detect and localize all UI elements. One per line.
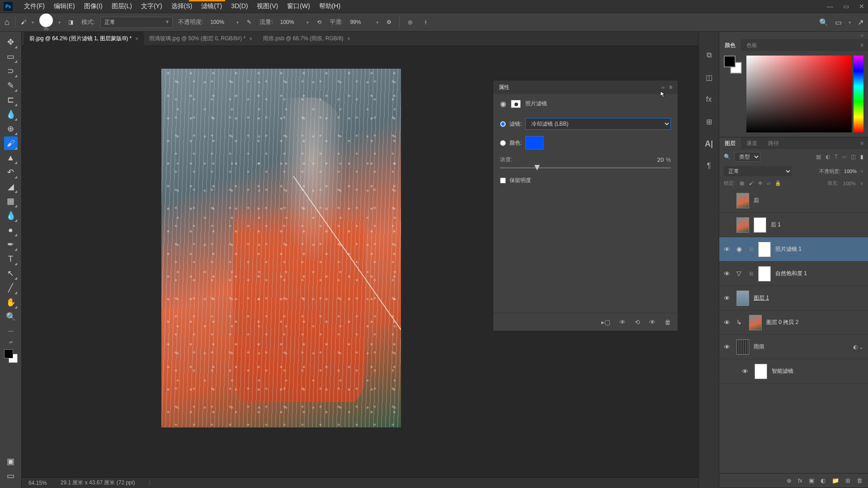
opacity-value[interactable]: 100% bbox=[208, 18, 231, 26]
delete-layer-icon[interactable]: 🗑 bbox=[857, 477, 863, 484]
paths-tab[interactable]: 路径 bbox=[763, 137, 784, 150]
healing-tool[interactable]: ⊕ bbox=[4, 122, 18, 136]
filter-pixel-icon[interactable]: ▦ bbox=[816, 154, 821, 160]
quick-select-tool[interactable]: ✎ bbox=[4, 79, 18, 92]
mask-thumbnail[interactable] bbox=[758, 266, 771, 282]
layer-name[interactable]: 智能滤镜 bbox=[772, 367, 793, 375]
smart-filter-toggle-icon[interactable]: ◐ ⌄ bbox=[853, 344, 863, 350]
layer-item[interactable]: 👁▽⛓自然饱和度 1 bbox=[719, 262, 868, 286]
mask-thumbnail[interactable] bbox=[758, 242, 771, 257]
eyedropper-tool[interactable]: 💧 bbox=[4, 108, 18, 121]
close-tab-icon[interactable]: × bbox=[347, 36, 350, 42]
link-layers-icon[interactable]: ⊕ bbox=[787, 477, 792, 484]
layer-item[interactable]: 👁雨痕◐ ⌄ bbox=[719, 335, 868, 359]
visibility-toggle[interactable]: 👁 bbox=[724, 270, 732, 277]
brush-panel-icon[interactable]: ◨ bbox=[66, 17, 76, 27]
collapse-panel-icon[interactable]: ›› bbox=[661, 84, 665, 90]
character-panel-icon[interactable]: A| bbox=[703, 138, 714, 149]
reset-icon[interactable]: ⟲ bbox=[635, 319, 640, 326]
visibility-toggle[interactable]: 👁 bbox=[742, 368, 750, 375]
layer-name[interactable]: 后 1 bbox=[771, 221, 781, 229]
filter-adjust-icon[interactable]: ◐ bbox=[826, 154, 830, 160]
pressure-size-icon[interactable]: ◎ bbox=[405, 17, 415, 27]
visibility-toggle[interactable]: 👁 bbox=[724, 295, 732, 302]
layer-name[interactable]: 图层 0 拷贝 2 bbox=[766, 319, 798, 326]
menu-item[interactable]: 视图(V) bbox=[252, 0, 283, 12]
minimize-button[interactable]: — bbox=[827, 3, 833, 10]
layer-name[interactable]: 后 bbox=[754, 197, 759, 204]
new-layer-icon[interactable]: ⊞ bbox=[845, 477, 850, 484]
layer-item[interactable]: 👁图层 1 bbox=[719, 286, 868, 310]
filter-toggle-icon[interactable]: ▮ bbox=[860, 154, 863, 160]
blend-mode-dropdown[interactable]: 正常 bbox=[724, 166, 792, 176]
brush-tool[interactable]: 🖌 bbox=[4, 136, 18, 150]
search-icon[interactable]: 🔍 bbox=[819, 18, 828, 27]
hand-tool[interactable]: ✋ bbox=[4, 296, 18, 309]
symmetry-icon[interactable]: ᚼ bbox=[420, 17, 430, 27]
pen-tool[interactable]: ✒ bbox=[4, 238, 18, 251]
menu-item[interactable]: 窗口(W) bbox=[283, 0, 315, 12]
crop-tool[interactable]: ⊏ bbox=[4, 93, 18, 107]
layer-fx-icon[interactable]: fx bbox=[798, 477, 802, 484]
lock-all-icon[interactable]: 🔒 bbox=[775, 180, 781, 186]
maximize-button[interactable]: ▭ bbox=[843, 3, 849, 10]
mask-thumbnail[interactable] bbox=[755, 364, 767, 379]
layer-thumbnail[interactable] bbox=[736, 339, 749, 355]
foreground-background-colors[interactable] bbox=[724, 56, 742, 74]
brush-tool-icon[interactable]: 🖌 bbox=[21, 19, 26, 25]
layer-thumbnail[interactable] bbox=[749, 315, 762, 330]
document-tab[interactable]: 前.jpg @ 64.2% (照片滤镜 1, 图层蒙版/8) *× bbox=[24, 31, 144, 46]
lock-position-icon[interactable]: ✥ bbox=[758, 180, 762, 186]
pressure-opacity-icon[interactable]: ✎ bbox=[244, 17, 254, 27]
layer-name[interactable]: 雨痕 bbox=[754, 343, 764, 351]
close-button[interactable]: ✕ bbox=[859, 3, 864, 10]
layer-item[interactable]: 后 1 bbox=[719, 213, 868, 237]
toggle-visibility-icon[interactable]: 👁 bbox=[649, 319, 656, 326]
mode-dropdown[interactable]: 正常 ▾ bbox=[100, 17, 173, 28]
more-tools[interactable]: ⋯ bbox=[4, 324, 18, 338]
airbrush-icon[interactable]: ⟲ bbox=[314, 17, 324, 27]
document-tab[interactable]: 雨痕.psb @ 66.7% (雨痕, RGB/8)× bbox=[258, 31, 356, 46]
layers-tab[interactable]: 图层 bbox=[719, 137, 741, 150]
panel-menu-icon[interactable]: ≡ bbox=[669, 84, 672, 90]
preserve-luminosity-checkbox[interactable] bbox=[500, 178, 506, 183]
zoom-tool[interactable]: 🔍 bbox=[4, 310, 18, 324]
lasso-tool[interactable]: ⊃ bbox=[4, 64, 18, 78]
visibility-toggle[interactable]: 👁 bbox=[724, 343, 732, 351]
move-tool[interactable]: ✥ bbox=[4, 35, 18, 49]
menu-item[interactable]: 编辑(E) bbox=[49, 0, 80, 12]
layer-name[interactable]: 照片滤镜 1 bbox=[775, 245, 802, 253]
lock-artboard-icon[interactable]: ▱ bbox=[767, 180, 770, 186]
quick-mask-icon[interactable]: ▣ bbox=[4, 455, 18, 468]
view-previous-icon[interactable]: 👁 bbox=[619, 319, 626, 326]
path-select-tool[interactable]: ↖ bbox=[4, 267, 18, 280]
layer-thumbnail[interactable] bbox=[736, 217, 749, 233]
filter-radio[interactable] bbox=[500, 121, 506, 127]
visibility-toggle[interactable]: 👁 bbox=[724, 246, 732, 253]
adjustments-panel-icon[interactable]: ◫ bbox=[703, 72, 714, 83]
layer-opacity-value[interactable]: 100% bbox=[844, 169, 857, 174]
filter-type-icon[interactable]: T bbox=[835, 154, 838, 160]
lock-pixels-icon[interactable]: 🖌 bbox=[749, 180, 754, 186]
color-panel-menu-icon[interactable]: ≡ bbox=[860, 42, 868, 48]
stamp-tool[interactable]: ▲ bbox=[4, 151, 18, 164]
channels-tab[interactable]: 通道 bbox=[741, 137, 763, 150]
filter-dropdown[interactable]: 冷却滤镜 (LBB) bbox=[525, 118, 671, 130]
workspace-icon[interactable]: ▭ bbox=[835, 18, 842, 27]
smooth-value[interactable]: 99% bbox=[348, 18, 371, 26]
paragraph-panel-icon[interactable]: ¶ bbox=[703, 160, 714, 171]
filter-shape-icon[interactable]: ▱ bbox=[842, 154, 846, 160]
lock-transparency-icon[interactable]: ▦ bbox=[740, 180, 744, 186]
eraser-tool[interactable]: ◢ bbox=[4, 180, 18, 193]
history-brush-tool[interactable]: ↶ bbox=[4, 165, 18, 179]
layer-name[interactable]: 自然饱和度 1 bbox=[775, 270, 807, 277]
filter-smart-icon[interactable]: ◫ bbox=[851, 154, 856, 160]
visibility-toggle[interactable]: 👁 bbox=[724, 319, 732, 326]
clip-to-layer-icon[interactable]: ▸▢ bbox=[601, 319, 610, 326]
settings-icon[interactable]: ⚙ bbox=[384, 17, 394, 27]
layer-item[interactable]: 👁↳图层 0 拷贝 2 bbox=[719, 310, 868, 335]
layer-filter-kind[interactable]: 类型 bbox=[734, 152, 760, 162]
gradient-tool[interactable]: ▦ bbox=[4, 194, 18, 208]
collapse-right-icon[interactable]: ‹‹ bbox=[719, 32, 868, 39]
fill-value[interactable]: 100% bbox=[843, 181, 856, 186]
